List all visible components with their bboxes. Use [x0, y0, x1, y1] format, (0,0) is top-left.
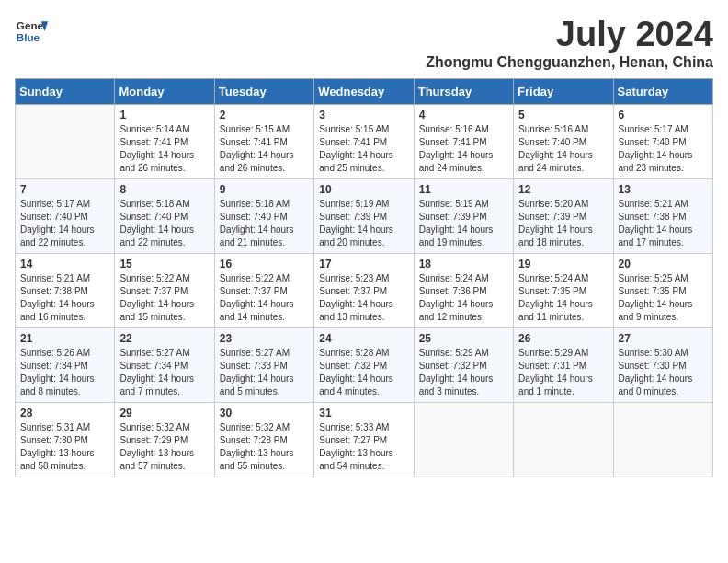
day-info: Sunrise: 5:25 AM Sunset: 7:35 PM Dayligh…	[619, 272, 708, 324]
calendar-cell: 22Sunrise: 5:27 AM Sunset: 7:34 PM Dayli…	[115, 328, 214, 403]
day-info: Sunrise: 5:23 AM Sunset: 7:37 PM Dayligh…	[319, 272, 408, 324]
calendar-cell: 13Sunrise: 5:21 AM Sunset: 7:38 PM Dayli…	[613, 179, 712, 254]
calendar-day-header: Wednesday	[314, 79, 414, 105]
calendar-cell: 15Sunrise: 5:22 AM Sunset: 7:37 PM Dayli…	[115, 254, 214, 328]
day-number: 1	[119, 109, 209, 121]
calendar-cell	[414, 403, 513, 477]
title-area: July 2024 Zhongmu Chengguanzhen, Henan, …	[426, 15, 713, 71]
calendar-cell: 17Sunrise: 5:23 AM Sunset: 7:37 PM Dayli…	[314, 254, 414, 328]
calendar-cell: 9Sunrise: 5:18 AM Sunset: 7:40 PM Daylig…	[214, 179, 313, 254]
calendar-cell: 25Sunrise: 5:29 AM Sunset: 7:32 PM Dayli…	[414, 328, 513, 403]
calendar-day-header: Monday	[115, 79, 214, 105]
calendar-day-header: Tuesday	[214, 79, 313, 105]
day-number: 24	[319, 332, 408, 345]
day-info: Sunrise: 5:32 AM Sunset: 7:29 PM Dayligh…	[119, 421, 209, 473]
day-info: Sunrise: 5:30 AM Sunset: 7:30 PM Dayligh…	[619, 347, 708, 398]
day-info: Sunrise: 5:31 AM Sunset: 7:30 PM Dayligh…	[20, 421, 109, 473]
day-number: 11	[419, 183, 508, 196]
day-number: 20	[619, 258, 708, 270]
day-number: 15	[119, 258, 209, 270]
calendar-week-row: 14Sunrise: 5:21 AM Sunset: 7:38 PM Dayli…	[16, 254, 713, 328]
calendar-cell: 14Sunrise: 5:21 AM Sunset: 7:38 PM Dayli…	[16, 254, 115, 328]
calendar-cell: 16Sunrise: 5:22 AM Sunset: 7:37 PM Dayli…	[214, 254, 313, 328]
day-number: 27	[619, 332, 708, 345]
day-info: Sunrise: 5:24 AM Sunset: 7:36 PM Dayligh…	[419, 272, 508, 324]
calendar-week-row: 1Sunrise: 5:14 AM Sunset: 7:41 PM Daylig…	[16, 105, 713, 179]
location-title: Zhongmu Chengguanzhen, Henan, China	[426, 54, 713, 71]
day-number: 13	[619, 183, 708, 196]
calendar-day-header: Sunday	[16, 79, 115, 105]
day-info: Sunrise: 5:28 AM Sunset: 7:32 PM Dayligh…	[319, 347, 408, 398]
day-number: 4	[419, 109, 508, 121]
day-number: 23	[220, 332, 309, 345]
calendar-cell: 10Sunrise: 5:19 AM Sunset: 7:39 PM Dayli…	[314, 179, 414, 254]
calendar-cell: 5Sunrise: 5:16 AM Sunset: 7:40 PM Daylig…	[514, 105, 613, 179]
day-number: 31	[319, 407, 408, 419]
day-number: 9	[220, 183, 309, 196]
calendar-body: 1Sunrise: 5:14 AM Sunset: 7:41 PM Daylig…	[16, 105, 713, 477]
calendar-cell: 27Sunrise: 5:30 AM Sunset: 7:30 PM Dayli…	[613, 328, 712, 403]
calendar-week-row: 28Sunrise: 5:31 AM Sunset: 7:30 PM Dayli…	[16, 403, 713, 477]
day-number: 16	[220, 258, 309, 270]
day-number: 25	[419, 332, 508, 345]
day-number: 2	[220, 109, 309, 121]
calendar-cell: 4Sunrise: 5:16 AM Sunset: 7:41 PM Daylig…	[414, 105, 513, 179]
day-info: Sunrise: 5:21 AM Sunset: 7:38 PM Dayligh…	[619, 198, 708, 249]
day-number: 3	[319, 109, 408, 121]
day-info: Sunrise: 5:27 AM Sunset: 7:34 PM Dayligh…	[119, 347, 209, 398]
day-info: Sunrise: 5:29 AM Sunset: 7:31 PM Dayligh…	[518, 347, 608, 398]
day-info: Sunrise: 5:32 AM Sunset: 7:28 PM Dayligh…	[220, 421, 309, 473]
day-info: Sunrise: 5:17 AM Sunset: 7:40 PM Dayligh…	[619, 123, 708, 175]
calendar-cell: 18Sunrise: 5:24 AM Sunset: 7:36 PM Dayli…	[414, 254, 513, 328]
day-info: Sunrise: 5:14 AM Sunset: 7:41 PM Dayligh…	[119, 123, 209, 175]
header: General Blue July 2024 Zhongmu Chengguan…	[15, 15, 713, 71]
day-info: Sunrise: 5:24 AM Sunset: 7:35 PM Dayligh…	[518, 272, 608, 324]
day-number: 7	[20, 183, 109, 196]
day-info: Sunrise: 5:16 AM Sunset: 7:41 PM Dayligh…	[419, 123, 508, 175]
day-info: Sunrise: 5:19 AM Sunset: 7:39 PM Dayligh…	[419, 198, 508, 249]
calendar-cell: 23Sunrise: 5:27 AM Sunset: 7:33 PM Dayli…	[214, 328, 313, 403]
day-number: 8	[119, 183, 209, 196]
day-info: Sunrise: 5:15 AM Sunset: 7:41 PM Dayligh…	[220, 123, 309, 175]
day-number: 12	[518, 183, 608, 196]
day-number: 30	[220, 407, 309, 419]
day-info: Sunrise: 5:29 AM Sunset: 7:32 PM Dayligh…	[419, 347, 508, 398]
day-number: 28	[20, 407, 109, 419]
day-number: 6	[619, 109, 708, 121]
day-info: Sunrise: 5:21 AM Sunset: 7:38 PM Dayligh…	[20, 272, 109, 324]
month-title: July 2024	[426, 15, 713, 54]
calendar-cell: 2Sunrise: 5:15 AM Sunset: 7:41 PM Daylig…	[214, 105, 313, 179]
calendar-cell	[514, 403, 613, 477]
calendar-week-row: 7Sunrise: 5:17 AM Sunset: 7:40 PM Daylig…	[16, 179, 713, 254]
calendar-cell: 7Sunrise: 5:17 AM Sunset: 7:40 PM Daylig…	[16, 179, 115, 254]
calendar-cell: 20Sunrise: 5:25 AM Sunset: 7:35 PM Dayli…	[613, 254, 712, 328]
calendar-week-row: 21Sunrise: 5:26 AM Sunset: 7:34 PM Dayli…	[16, 328, 713, 403]
day-number: 21	[20, 332, 109, 345]
day-number: 17	[319, 258, 408, 270]
day-number: 18	[419, 258, 508, 270]
calendar-day-header: Thursday	[414, 79, 513, 105]
day-info: Sunrise: 5:22 AM Sunset: 7:37 PM Dayligh…	[119, 272, 209, 324]
calendar-cell	[613, 403, 712, 477]
calendar-cell: 30Sunrise: 5:32 AM Sunset: 7:28 PM Dayli…	[214, 403, 313, 477]
day-info: Sunrise: 5:22 AM Sunset: 7:37 PM Dayligh…	[220, 272, 309, 324]
calendar-cell: 12Sunrise: 5:20 AM Sunset: 7:39 PM Dayli…	[514, 179, 613, 254]
calendar-cell: 28Sunrise: 5:31 AM Sunset: 7:30 PM Dayli…	[16, 403, 115, 477]
calendar-cell: 11Sunrise: 5:19 AM Sunset: 7:39 PM Dayli…	[414, 179, 513, 254]
day-info: Sunrise: 5:16 AM Sunset: 7:40 PM Dayligh…	[518, 123, 608, 175]
calendar-table: SundayMondayTuesdayWednesdayThursdayFrid…	[15, 78, 713, 477]
day-info: Sunrise: 5:33 AM Sunset: 7:27 PM Dayligh…	[319, 421, 408, 473]
calendar-cell: 6Sunrise: 5:17 AM Sunset: 7:40 PM Daylig…	[613, 105, 712, 179]
calendar-day-header: Saturday	[613, 79, 712, 105]
calendar-day-header: Friday	[514, 79, 613, 105]
logo-icon: General Blue	[15, 15, 48, 48]
day-number: 29	[119, 407, 209, 419]
day-info: Sunrise: 5:27 AM Sunset: 7:33 PM Dayligh…	[220, 347, 309, 398]
calendar-cell: 31Sunrise: 5:33 AM Sunset: 7:27 PM Dayli…	[314, 403, 414, 477]
calendar-cell: 26Sunrise: 5:29 AM Sunset: 7:31 PM Dayli…	[514, 328, 613, 403]
calendar-cell: 19Sunrise: 5:24 AM Sunset: 7:35 PM Dayli…	[514, 254, 613, 328]
day-number: 14	[20, 258, 109, 270]
day-number: 5	[518, 109, 608, 121]
logo: General Blue	[15, 15, 48, 48]
day-info: Sunrise: 5:20 AM Sunset: 7:39 PM Dayligh…	[518, 198, 608, 249]
